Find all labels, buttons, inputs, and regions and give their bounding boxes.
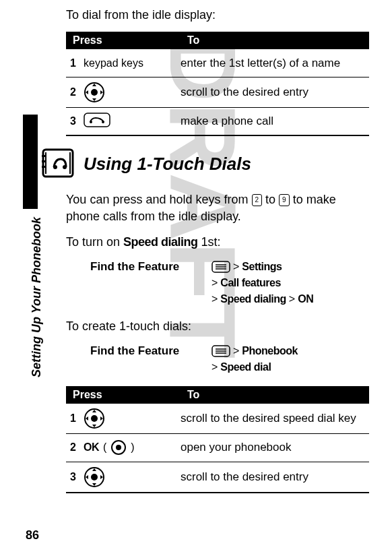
nav-key-icon [84, 466, 105, 488]
turn-on-text: To turn on Speed dialing 1st: [66, 234, 369, 251]
paren-close: ) [131, 441, 134, 454]
page-container: Setting Up Your Phonebook To dial from t… [0, 0, 392, 560]
to-cell: scroll to the desired entry [181, 85, 369, 100]
svg-point-6 [53, 165, 57, 169]
table1-header: Press To [66, 32, 369, 49]
to-cell: scroll to the desired speed dial key [181, 411, 369, 426]
table-row: 2 scroll to the desired entry [66, 77, 369, 108]
menu-key-icon [211, 345, 230, 357]
svg-point-20 [91, 415, 98, 422]
gt: > [211, 291, 218, 307]
call-key-icon [84, 113, 110, 130]
gt: > [211, 275, 218, 291]
gt: > [211, 359, 218, 375]
to-cell: make a phone call [181, 114, 369, 129]
table-row: 3 make a phone call [66, 108, 369, 136]
find-feature-2: Find the Feature > Phonebook > Speed dia… [90, 343, 369, 375]
th-to: To [187, 34, 362, 46]
gt: > [289, 291, 295, 307]
row-number: 3 [66, 115, 84, 127]
table-row: 2 OK ( ) open your phonebook [66, 434, 369, 462]
row-number: 2 [66, 86, 84, 98]
press-cell [84, 466, 181, 488]
turn-on-bold: Speed dialing [123, 235, 198, 249]
press-cell: keypad keys [84, 57, 181, 69]
path-settings: Settings [242, 259, 282, 275]
feature-path-1: > Settings > Call features > Speed diali… [211, 259, 369, 307]
path-speed-dialing: Speed dialing [220, 291, 286, 307]
p1-pre: You can press and hold keys from [66, 193, 252, 206]
th-press: Press [73, 34, 187, 46]
section-heading: Using 1-Touch Dials [84, 154, 251, 175]
paragraph-1: You can press and hold keys from 2 to 9 … [66, 191, 369, 225]
gt: > [233, 343, 239, 359]
to-cell: enter the 1st letter(s) of a name [181, 56, 369, 71]
svg-point-22 [116, 445, 121, 450]
find-feature-label: Find the Feature [90, 259, 211, 307]
path-speed-dial: Speed dial [220, 359, 271, 375]
intro-text: To dial from the idle display: [66, 7, 369, 24]
phonebook-icon [40, 146, 77, 182]
table-row: 1 scroll to the desired speed dial key [66, 404, 369, 434]
svg-rect-8 [42, 155, 45, 157]
turn-on-pre: To turn on [66, 235, 123, 249]
center-key-icon [110, 439, 127, 456]
create-text: To create 1-touch dials: [66, 318, 369, 335]
row-number: 1 [66, 57, 84, 69]
table-row: 3 scroll to the desired entry [66, 462, 369, 493]
find-feature-label: Find the Feature [90, 343, 211, 375]
to-cell: open your phonebook [181, 440, 369, 455]
table-row: 1 keypad keys enter the 1st letter(s) of… [66, 49, 369, 77]
svg-rect-10 [42, 166, 45, 168]
key-2-icon: 2 [252, 194, 263, 206]
to-cell: scroll to the desired entry [181, 470, 369, 485]
row-number: 1 [66, 412, 84, 425]
row-number: 2 [66, 441, 84, 454]
th-to: To [187, 389, 362, 401]
gt: > [233, 259, 239, 275]
svg-point-4 [102, 121, 104, 123]
svg-point-24 [91, 474, 98, 480]
path-phonebook: Phonebook [242, 343, 298, 359]
turn-on-post: 1st: [198, 235, 221, 249]
section-heading-row: Using 1-Touch Dials [40, 146, 369, 182]
side-label: Setting Up Your Phonebook [30, 217, 44, 377]
dial-table-2: Press To 1 scroll to the desired speed d… [66, 386, 369, 493]
menu-key-icon [211, 261, 230, 273]
svg-rect-5 [43, 150, 73, 177]
nav-key-icon [84, 82, 105, 103]
side-tab-block [23, 115, 38, 209]
key-9-icon: 9 [279, 194, 290, 206]
press-text: keypad keys [84, 57, 143, 69]
svg-rect-2 [84, 113, 110, 127]
svg-point-7 [63, 165, 67, 169]
page-number: 86 [26, 528, 39, 542]
find-feature-1: Find the Feature > Settings > Call featu… [90, 259, 369, 307]
press-cell [84, 113, 181, 130]
svg-point-3 [90, 121, 92, 123]
press-cell [84, 82, 181, 103]
p1-mid: to [262, 193, 279, 206]
press-cell: OK ( ) [84, 439, 181, 456]
svg-rect-9 [42, 160, 45, 162]
nav-key-icon [84, 408, 105, 429]
feature-path-2: > Phonebook > Speed dial [211, 343, 369, 375]
row-number: 3 [66, 471, 84, 483]
dial-table-1: Press To 1 keypad keys enter the 1st let… [66, 32, 369, 136]
svg-point-1 [91, 89, 98, 96]
th-press: Press [73, 389, 187, 401]
ok-text: OK [84, 441, 99, 454]
press-cell [84, 408, 181, 429]
path-call-features: Call features [220, 275, 281, 291]
table2-header: Press To [66, 386, 369, 404]
path-on: ON [298, 291, 313, 307]
paren-open: ( [103, 441, 106, 454]
